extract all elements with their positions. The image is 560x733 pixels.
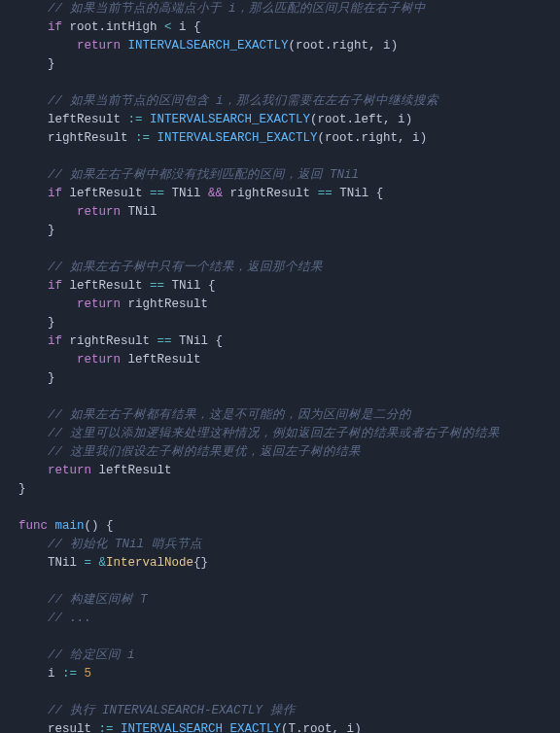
token-cmt: // 构建区间树 T [48,593,148,607]
token-id: result [48,722,99,733]
code-line: leftResult := INTERVALSEARCH_EXACTLY(roo… [4,111,560,129]
code-line: // 如果当前节点的高端点小于 i，那么匹配的区间只能在右子树中 [4,0,560,18]
code-line: // 这里可以添加逻辑来处理这种情况，例如返回左子树的结果或者右子树的结果 [4,425,560,443]
token-id: TNil [48,556,85,570]
token-pn: { [376,187,384,200]
indent [4,538,48,551]
token-fn: INTERVALSEARCH_EXACTLY [150,113,310,126]
token-pn: { [208,279,216,293]
code-line: // ... [4,610,560,628]
code-line [4,240,560,259]
code-line: if leftResult == TNil && rightResult == … [4,185,560,203]
token-cmt: // 如果左右子树都有结果，这是不可能的，因为区间树是二分的 [48,408,411,422]
code-line: TNil = &IntervalNode{} [4,554,560,573]
code-line [4,388,560,406]
indent [4,168,48,182]
token-kw: if [48,187,62,200]
indent [4,316,48,330]
indent [4,371,48,385]
token-num: 5 [85,667,92,681]
token-id: i [172,20,194,34]
token-id: TNil [121,205,158,219]
token-pn: ( [289,39,297,52]
indent [4,131,48,145]
indent [4,205,77,219]
token-id: leftResult [62,279,150,293]
token-id: root.right, i [296,39,391,52]
token-cmt: // 初始化 TNil 哨兵节点 [48,538,202,551]
token-fn: INTERVALSEARCH_EXACTLY [121,722,281,733]
token-id: root.intHigh [62,20,164,34]
token-id: rightResult [62,334,158,348]
code-line: return leftResult [4,351,560,369]
code-line [4,148,560,166]
code-line: // 如果左右子树中都没有找到匹配的区间，返回 TNil [4,166,560,185]
code-line: return INTERVALSEARCH_EXACTLY(root.right… [4,37,560,55]
code-line: // 构建区间树 T [4,591,560,610]
indent [4,667,48,681]
token-pn: {} [193,556,208,570]
token-cmt: // ... [48,611,91,625]
token-kw: return [77,39,121,52]
code-line: if leftResult == TNil { [4,277,560,296]
indent [4,630,18,644]
token-id: T.root, i [289,722,355,733]
token-id: rightResult [121,297,208,311]
token-fn: INTERVALSEARCH_EXACTLY [158,131,318,145]
code-line: i := 5 [4,665,560,683]
token-kw: return [77,353,121,366]
token-id: leftResult [48,113,128,126]
indent [4,501,18,514]
token-op: == [150,279,164,293]
code-editor[interactable]: // 如果当前节点的高端点小于 i，那么匹配的区间只能在右子树中 if root… [0,0,560,733]
token-id: leftResult [62,187,150,200]
indent [4,57,48,71]
token-op: == [150,187,164,200]
token-op: := [135,131,150,145]
token-pn: } [48,224,55,237]
token-kw: if [48,279,62,293]
token-cmt: // 这里可以添加逻辑来处理这种情况，例如返回左子树的结果或者右子树的结果 [48,427,500,440]
token-op: := [128,113,143,126]
token-id: TNil [332,187,376,200]
token-op: = [85,556,92,570]
token-op: == [318,187,332,200]
code-line: rightResult := INTERVALSEARCH_EXACTLY(ro… [4,129,560,148]
code-line: } [4,480,560,499]
token-op: == [158,334,172,348]
token-id: TNil [164,279,208,293]
token-typ: IntervalNode [106,556,193,570]
token-cmt: // 如果左右子树中都没有找到匹配的区间，返回 TNil [48,168,359,182]
code-line [4,683,560,702]
indent [4,224,48,237]
indent [4,334,48,348]
indent [4,556,48,570]
code-line: // 给定区间 i [4,646,560,665]
token-id: root.right, i [325,131,420,145]
token-id: rightResult [223,187,318,200]
indent [4,427,48,440]
token-id [91,556,99,570]
token-pn: ) [354,722,362,733]
token-kw: func [18,519,48,533]
token-kw: return [77,297,121,311]
code-line: // 初始化 TNil 哨兵节点 [4,536,560,554]
token-pn: { [193,20,201,34]
token-kw: if [48,20,62,34]
indent [4,464,48,477]
indent [4,390,18,403]
token-op: := [62,667,77,681]
indent [4,353,77,366]
indent [4,408,48,422]
code-line [4,573,560,591]
token-log: && [208,187,223,200]
token-id: root.left, i [318,113,405,126]
indent [4,76,18,89]
code-line: } [4,222,560,240]
indent [4,279,48,293]
token-id: i [48,667,62,681]
code-line: if root.intHigh < i { [4,18,560,37]
token-kw: if [48,334,62,348]
indent [4,113,48,126]
indent [4,20,48,34]
